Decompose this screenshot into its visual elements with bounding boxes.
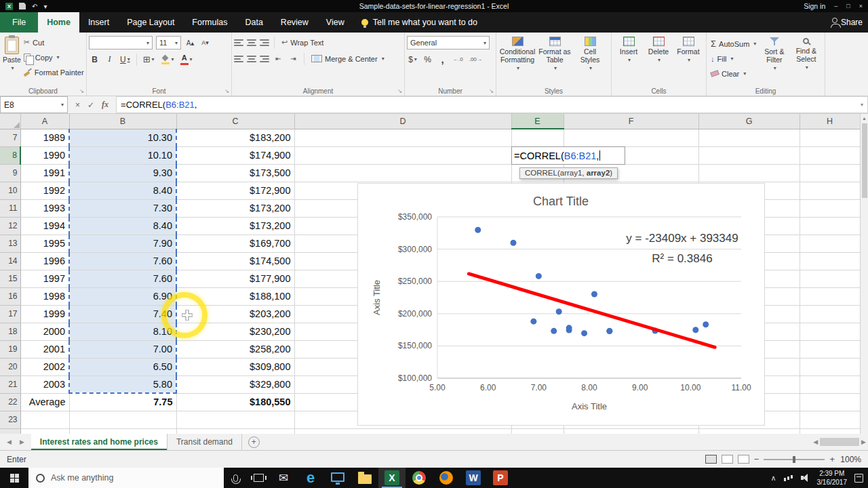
cell-H10[interactable] [800, 182, 860, 199]
cell-A18[interactable]: 2000 [20, 323, 69, 340]
row-header-19[interactable]: 19 [0, 340, 20, 358]
microphone-button[interactable] [224, 468, 247, 488]
cell-B15[interactable]: 7.60 [69, 270, 176, 287]
cell-H20[interactable] [800, 358, 860, 375]
cell-C21[interactable]: $329,800 [176, 375, 294, 393]
sheet-tab-interest-rates-and-home-prices[interactable]: Interest rates and home prices [31, 434, 167, 450]
cell-H12[interactable] [800, 217, 860, 235]
cell-G7[interactable] [698, 129, 800, 146]
cell-B19[interactable]: 7.00 [69, 340, 176, 358]
cell-H22[interactable] [800, 393, 860, 411]
clear-dropdown-icon[interactable]: ▾ [743, 70, 746, 77]
cell-B8[interactable]: 10.10 [69, 146, 176, 164]
cell-B7[interactable]: 10.30 [69, 129, 176, 146]
fill-button[interactable]: ↓ Fill ▾ [709, 52, 758, 65]
row-header-15[interactable]: 15 [0, 270, 20, 287]
cell-C22[interactable]: $180,550 [176, 393, 294, 411]
row-header-23[interactable]: 23 [0, 411, 20, 428]
number-dialog-launcher-icon[interactable]: ↘ [489, 88, 494, 94]
font-name-dropdown-icon[interactable]: ▾ [146, 40, 149, 46]
cell-G9[interactable] [698, 164, 800, 182]
chart-y-axis-title[interactable]: Axis Title [372, 280, 382, 315]
cell-H9[interactable] [800, 164, 860, 182]
cell-F7[interactable] [564, 129, 698, 146]
clear-button[interactable]: Clear ▾ [709, 67, 758, 80]
cell-H13[interactable] [800, 235, 860, 252]
ribbon-tab-view[interactable]: View [317, 12, 353, 33]
share-button[interactable]: Share [827, 12, 868, 33]
cell-C20[interactable]: $309,800 [176, 358, 294, 375]
undo-icon[interactable]: ↶ [32, 3, 37, 10]
cell-C23[interactable] [176, 411, 294, 428]
column-header-B[interactable]: B [69, 114, 176, 129]
cell-B17[interactable]: 7.40 [69, 305, 176, 323]
row-header-21[interactable]: 21 [0, 375, 20, 393]
cell-E24[interactable] [511, 428, 564, 434]
underline-dropdown-icon[interactable]: ▾ [127, 56, 130, 62]
customize-quick-access-icon[interactable]: ▾ [43, 3, 47, 10]
cell-C24[interactable] [176, 428, 294, 434]
cell-B22[interactable]: 7.75 [69, 393, 176, 411]
cell-H14[interactable] [800, 252, 860, 270]
cell-B13[interactable]: 7.90 [69, 235, 176, 252]
format-as-table-dropdown-icon[interactable]: ▾ [554, 65, 557, 71]
percent-style-button[interactable]: % [422, 53, 433, 66]
horizontal-scrollbar[interactable]: ◀ ▶ [813, 434, 868, 450]
column-header-D[interactable]: D [294, 114, 511, 129]
scatter-point[interactable] [581, 330, 587, 336]
cortana-search-box[interactable]: Ask me anything [28, 468, 224, 488]
align-right-button[interactable] [260, 55, 269, 63]
autosum-button[interactable]: Σ AutoSum ▾ [709, 37, 758, 50]
cell-A10[interactable]: 1992 [20, 182, 69, 199]
chrome-icon[interactable] [406, 468, 433, 488]
row-header-18[interactable]: 18 [0, 323, 20, 340]
horizontal-scroll-thumb[interactable] [820, 438, 859, 446]
cell-C11[interactable]: $173,200 [176, 199, 294, 217]
cell-H15[interactable] [800, 270, 860, 287]
cell-B12[interactable]: 8.40 [69, 217, 176, 235]
cell-A11[interactable]: 1993 [20, 199, 69, 217]
conditional-formatting-button[interactable]: Conditional Formatting ▾ [498, 35, 536, 83]
cut-button[interactable]: ✂ Cut [22, 36, 86, 49]
row-header-7[interactable]: 7 [0, 129, 20, 146]
insert-cells-button[interactable]: Insert ▾ [614, 35, 644, 83]
cell-styles-button[interactable]: Cell Styles ▾ [573, 35, 607, 83]
merge-center-dropdown-icon[interactable]: ▾ [382, 56, 384, 62]
clipboard-dialog-launcher-icon[interactable]: ↘ [79, 88, 84, 94]
row-header-11[interactable]: 11 [0, 199, 20, 217]
cell-H11[interactable] [800, 199, 860, 217]
cell-A24[interactable] [20, 428, 69, 434]
cell-H19[interactable] [800, 340, 860, 358]
delete-cells-dropdown-icon[interactable]: ▾ [658, 57, 660, 63]
align-top-button[interactable] [234, 39, 243, 47]
delete-cells-button[interactable]: Delete ▾ [644, 35, 673, 83]
cell-H17[interactable] [800, 305, 860, 323]
cell-C8[interactable]: $174,900 [176, 146, 294, 164]
start-button[interactable] [0, 468, 28, 488]
row-header-14[interactable]: 14 [0, 252, 20, 270]
cell-D7[interactable] [294, 129, 511, 146]
cell-H16[interactable] [800, 287, 860, 305]
cell-styles-dropdown-icon[interactable]: ▾ [589, 65, 592, 71]
page-layout-view-button[interactable] [722, 455, 733, 464]
paste-button[interactable]: Paste ▾ [2, 35, 22, 83]
vertical-scrollbar[interactable]: ▲ [860, 114, 868, 434]
column-header-G[interactable]: G [698, 114, 800, 129]
cell-A23[interactable] [20, 411, 69, 428]
task-view-button[interactable] [247, 468, 270, 488]
cell-E7[interactable] [511, 129, 564, 146]
file-explorer-icon[interactable] [351, 468, 378, 488]
fill-color-button[interactable]: ▾ [159, 53, 176, 66]
cell-B14[interactable]: 7.60 [69, 252, 176, 270]
font-color-button[interactable]: A▾ [179, 53, 194, 66]
embedded-chart[interactable]: Chart Title$100,000$150,000$200,000$250,… [357, 183, 765, 426]
column-header-A[interactable]: A [20, 114, 69, 129]
row-header-13[interactable]: 13 [0, 235, 20, 252]
scatter-point[interactable] [606, 328, 612, 334]
close-icon[interactable]: × [859, 3, 863, 9]
align-middle-button[interactable] [247, 39, 256, 47]
cell-G8[interactable] [698, 146, 800, 164]
cell-B9[interactable]: 9.30 [69, 164, 176, 182]
active-cell-editor[interactable]: =CORREL(B6:B21, [511, 146, 625, 165]
decrease-font-size-button[interactable]: A▾ [199, 37, 211, 49]
